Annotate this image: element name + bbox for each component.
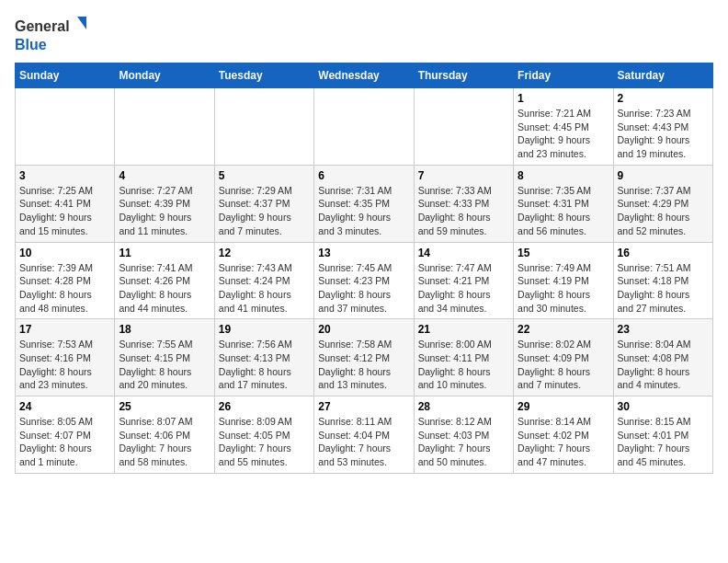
day-number: 24 (19, 400, 110, 413)
day-info: Sunrise: 8:04 AM Sunset: 4:08 PM Dayligh… (618, 338, 709, 392)
calendar-cell: 3Sunrise: 7:25 AM Sunset: 4:41 PM Daylig… (16, 165, 115, 242)
calendar-cell: 12Sunrise: 7:43 AM Sunset: 4:24 PM Dayli… (214, 242, 313, 319)
calendar-cell: 22Sunrise: 8:02 AM Sunset: 4:09 PM Dayli… (514, 319, 613, 396)
day-number: 13 (318, 247, 409, 259)
weekday-header-cell: Tuesday (214, 63, 313, 88)
day-info: Sunrise: 8:00 AM Sunset: 4:11 PM Dayligh… (418, 338, 509, 392)
calendar-cell: 23Sunrise: 8:04 AM Sunset: 4:08 PM Dayli… (613, 319, 712, 396)
calendar-body: 1Sunrise: 7:21 AM Sunset: 4:45 PM Daylig… (16, 88, 713, 474)
calendar-cell: 28Sunrise: 8:12 AM Sunset: 4:03 PM Dayli… (414, 396, 513, 474)
day-number: 27 (318, 400, 409, 413)
day-info: Sunrise: 7:43 AM Sunset: 4:24 PM Dayligh… (219, 261, 310, 316)
weekday-header-cell: Saturday (613, 63, 712, 88)
day-number: 11 (119, 247, 210, 259)
day-number: 29 (518, 400, 609, 413)
day-number: 14 (418, 247, 509, 259)
calendar-cell: 27Sunrise: 8:11 AM Sunset: 4:04 PM Dayli… (314, 396, 414, 474)
day-number: 17 (19, 323, 110, 336)
calendar-cell: 19Sunrise: 7:56 AM Sunset: 4:13 PM Dayli… (214, 319, 313, 396)
day-number: 21 (418, 323, 509, 336)
calendar-cell: 13Sunrise: 7:45 AM Sunset: 4:23 PM Dayli… (314, 242, 414, 319)
day-info: Sunrise: 7:49 AM Sunset: 4:19 PM Dayligh… (518, 261, 609, 316)
day-info: Sunrise: 8:12 AM Sunset: 4:03 PM Dayligh… (418, 415, 509, 469)
day-number: 6 (318, 169, 409, 182)
calendar-table: SundayMondayTuesdayWednesdayThursdayFrid… (15, 63, 713, 474)
calendar-week-row: 3Sunrise: 7:25 AM Sunset: 4:41 PM Daylig… (16, 165, 713, 242)
day-info: Sunrise: 8:14 AM Sunset: 4:02 PM Dayligh… (518, 415, 609, 469)
calendar-cell: 14Sunrise: 7:47 AM Sunset: 4:21 PM Dayli… (414, 242, 513, 319)
calendar-cell: 29Sunrise: 8:14 AM Sunset: 4:02 PM Dayli… (514, 396, 613, 474)
calendar-cell: 26Sunrise: 8:09 AM Sunset: 4:05 PM Dayli… (214, 396, 313, 474)
day-info: Sunrise: 7:56 AM Sunset: 4:13 PM Dayligh… (219, 338, 310, 392)
calendar-cell: 25Sunrise: 8:07 AM Sunset: 4:06 PM Dayli… (115, 396, 214, 474)
day-number: 8 (518, 169, 609, 182)
calendar-cell: 30Sunrise: 8:15 AM Sunset: 4:01 PM Dayli… (613, 396, 712, 474)
calendar-cell (16, 88, 115, 166)
calendar-cell: 18Sunrise: 7:55 AM Sunset: 4:15 PM Dayli… (115, 319, 214, 396)
calendar-cell: 4Sunrise: 7:27 AM Sunset: 4:39 PM Daylig… (115, 165, 214, 242)
day-number: 1 (518, 92, 609, 105)
day-number: 18 (119, 323, 210, 336)
calendar-cell: 16Sunrise: 7:51 AM Sunset: 4:18 PM Dayli… (613, 242, 712, 319)
day-info: Sunrise: 7:25 AM Sunset: 4:41 PM Dayligh… (19, 184, 110, 238)
calendar-cell: 7Sunrise: 7:33 AM Sunset: 4:33 PM Daylig… (414, 165, 513, 242)
day-number: 15 (518, 247, 609, 259)
day-info: Sunrise: 7:41 AM Sunset: 4:26 PM Dayligh… (119, 261, 210, 316)
day-info: Sunrise: 7:29 AM Sunset: 4:37 PM Dayligh… (219, 184, 310, 238)
weekday-header-cell: Wednesday (314, 63, 414, 88)
day-number: 10 (19, 247, 110, 259)
day-number: 23 (618, 323, 709, 336)
day-info: Sunrise: 7:21 AM Sunset: 4:45 PM Dayligh… (518, 107, 609, 161)
calendar-cell: 11Sunrise: 7:41 AM Sunset: 4:26 PM Dayli… (115, 242, 214, 319)
day-info: Sunrise: 7:31 AM Sunset: 4:35 PM Dayligh… (318, 184, 409, 238)
calendar-cell: 5Sunrise: 7:29 AM Sunset: 4:37 PM Daylig… (214, 165, 313, 242)
weekday-header-cell: Sunday (16, 63, 115, 88)
day-info: Sunrise: 7:47 AM Sunset: 4:21 PM Dayligh… (418, 261, 509, 316)
calendar-cell: 15Sunrise: 7:49 AM Sunset: 4:19 PM Dayli… (514, 242, 613, 319)
day-number: 2 (618, 92, 709, 105)
day-info: Sunrise: 7:45 AM Sunset: 4:23 PM Dayligh… (318, 261, 409, 316)
day-number: 9 (618, 169, 709, 182)
day-info: Sunrise: 8:07 AM Sunset: 4:06 PM Dayligh… (119, 415, 210, 469)
logo: GeneralBlue (15, 15, 88, 55)
day-info: Sunrise: 7:53 AM Sunset: 4:16 PM Dayligh… (19, 338, 110, 392)
day-info: Sunrise: 7:39 AM Sunset: 4:28 PM Dayligh… (19, 261, 110, 316)
day-info: Sunrise: 8:02 AM Sunset: 4:09 PM Dayligh… (518, 338, 609, 392)
day-number: 25 (119, 400, 210, 413)
calendar-cell (314, 88, 414, 166)
day-info: Sunrise: 8:09 AM Sunset: 4:05 PM Dayligh… (219, 415, 310, 469)
page-header: GeneralBlue (15, 15, 713, 55)
calendar-cell (414, 88, 513, 166)
day-info: Sunrise: 7:27 AM Sunset: 4:39 PM Dayligh… (119, 184, 210, 238)
day-number: 22 (518, 323, 609, 336)
day-info: Sunrise: 7:58 AM Sunset: 4:12 PM Dayligh… (318, 338, 409, 392)
calendar-cell: 8Sunrise: 7:35 AM Sunset: 4:31 PM Daylig… (514, 165, 613, 242)
day-number: 30 (618, 400, 709, 413)
svg-text:General: General (15, 18, 70, 34)
day-info: Sunrise: 7:33 AM Sunset: 4:33 PM Dayligh… (418, 184, 509, 238)
day-number: 4 (119, 169, 210, 182)
day-info: Sunrise: 7:55 AM Sunset: 4:15 PM Dayligh… (119, 338, 210, 392)
day-number: 12 (219, 247, 310, 259)
day-number: 16 (618, 247, 709, 259)
calendar-cell: 24Sunrise: 8:05 AM Sunset: 4:07 PM Dayli… (16, 396, 115, 474)
calendar-cell: 10Sunrise: 7:39 AM Sunset: 4:28 PM Dayli… (16, 242, 115, 319)
svg-text:Blue: Blue (15, 37, 47, 52)
calendar-cell: 6Sunrise: 7:31 AM Sunset: 4:35 PM Daylig… (314, 165, 414, 242)
weekday-header-cell: Friday (514, 63, 613, 88)
calendar-cell: 20Sunrise: 7:58 AM Sunset: 4:12 PM Dayli… (314, 319, 414, 396)
calendar-cell: 2Sunrise: 7:23 AM Sunset: 4:43 PM Daylig… (613, 88, 712, 166)
calendar-week-row: 1Sunrise: 7:21 AM Sunset: 4:45 PM Daylig… (16, 88, 713, 166)
day-number: 3 (19, 169, 110, 182)
calendar-cell: 1Sunrise: 7:21 AM Sunset: 4:45 PM Daylig… (514, 88, 613, 166)
calendar-cell: 21Sunrise: 8:00 AM Sunset: 4:11 PM Dayli… (414, 319, 513, 396)
calendar-cell (214, 88, 313, 166)
day-info: Sunrise: 7:37 AM Sunset: 4:29 PM Dayligh… (618, 184, 709, 238)
day-info: Sunrise: 7:23 AM Sunset: 4:43 PM Dayligh… (618, 107, 709, 161)
day-info: Sunrise: 8:11 AM Sunset: 4:04 PM Dayligh… (318, 415, 409, 469)
day-number: 26 (219, 400, 310, 413)
svg-marker-1 (77, 17, 86, 29)
day-info: Sunrise: 8:15 AM Sunset: 4:01 PM Dayligh… (618, 415, 709, 469)
day-number: 5 (219, 169, 310, 182)
weekday-header-row: SundayMondayTuesdayWednesdayThursdayFrid… (16, 63, 713, 88)
